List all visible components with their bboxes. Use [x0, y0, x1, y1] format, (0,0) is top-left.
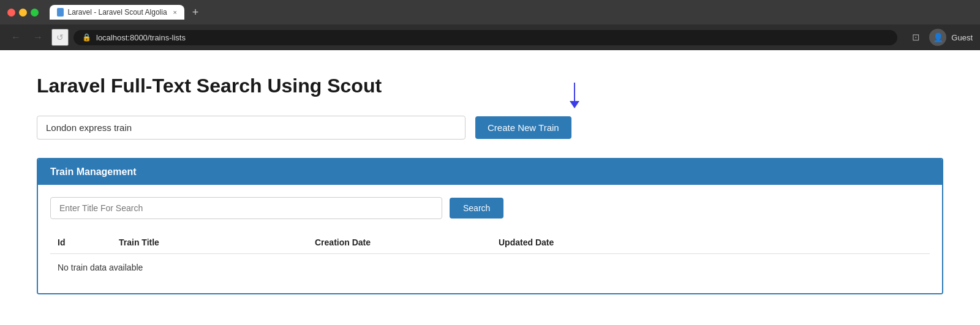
table-row-empty: No train data available: [50, 254, 930, 282]
tab-bar: Laravel - Laravel Scout Algolia × +: [50, 4, 973, 21]
col-header-creation-date: Creation Date: [307, 231, 491, 254]
url-text: localhost:8000/trains-lists: [96, 33, 186, 42]
forward-button[interactable]: →: [29, 29, 47, 46]
search-row: Search: [50, 197, 930, 219]
col-header-train-title: Train Title: [111, 231, 307, 254]
arrow-head-icon: [570, 101, 579, 108]
address-bar-row: ← → ↺ 🔒 localhost:8000/trains-lists ⊡ 👤 …: [0, 24, 980, 50]
close-window-button[interactable]: [7, 9, 15, 17]
train-title-input[interactable]: [37, 116, 466, 140]
window-controls: [7, 9, 39, 17]
browser-actions: ⊡ 👤 Guest: [907, 29, 973, 46]
card-body: Search Id Train Title Creation Date Upda…: [38, 185, 942, 293]
address-bar[interactable]: 🔒 localhost:8000/trains-lists: [74, 30, 897, 45]
title-bar: Laravel - Laravel Scout Algolia × +: [0, 0, 980, 24]
cast-icon[interactable]: ⊡: [907, 29, 924, 46]
top-form: Create New Train: [37, 116, 943, 140]
card-header-title: Train Management: [50, 166, 136, 177]
arrow-indicator: [570, 83, 579, 108]
browser-window: Laravel - Laravel Scout Algolia × + ← → …: [0, 0, 980, 325]
new-tab-button[interactable]: +: [187, 4, 204, 21]
trains-table: Id Train Title Creation Date Updated Dat…: [50, 231, 930, 281]
user-label: Guest: [951, 33, 973, 42]
minimize-window-button[interactable]: [19, 9, 27, 17]
active-tab[interactable]: Laravel - Laravel Scout Algolia ×: [50, 5, 184, 20]
col-header-id: Id: [50, 231, 111, 254]
user-avatar-icon[interactable]: 👤: [929, 29, 946, 46]
search-button[interactable]: Search: [450, 198, 503, 219]
empty-message: No train data available: [50, 254, 930, 282]
train-management-card: Train Management Search Id Train Title C…: [37, 158, 943, 294]
col-header-updated-date: Updated Date: [491, 231, 930, 254]
tab-close-icon[interactable]: ×: [173, 9, 177, 16]
create-new-train-button[interactable]: Create New Train: [475, 116, 571, 139]
back-button[interactable]: ←: [7, 29, 24, 46]
table-header-row: Id Train Title Creation Date Updated Dat…: [50, 231, 930, 254]
maximize-window-button[interactable]: [31, 9, 39, 17]
lock-icon: 🔒: [82, 33, 91, 42]
page-content: Laravel Full-Text Search Using Scout Cre…: [0, 50, 980, 325]
card-header: Train Management: [38, 159, 942, 185]
reload-button[interactable]: ↺: [51, 29, 69, 46]
tab-favicon-icon: [57, 8, 64, 17]
tab-title: Laravel - Laravel Scout Algolia: [67, 8, 167, 17]
arrow-line: [574, 83, 575, 101]
search-input[interactable]: [50, 197, 442, 219]
page-title: Laravel Full-Text Search Using Scout: [37, 75, 943, 97]
